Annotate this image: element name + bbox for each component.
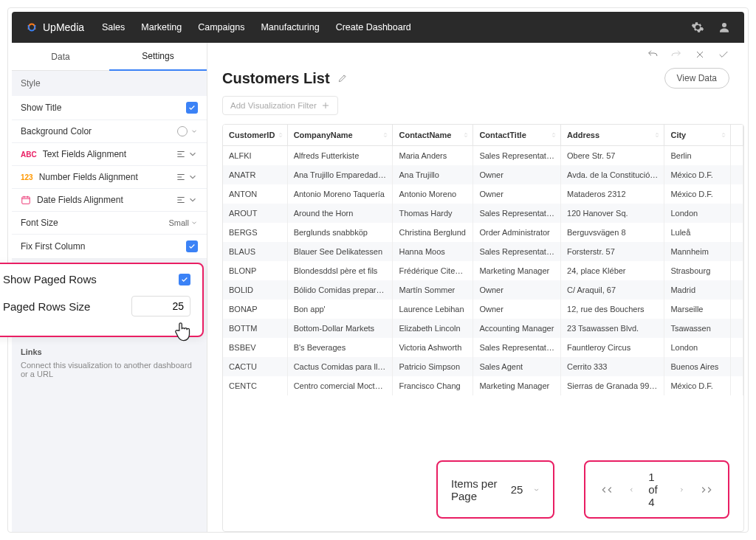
- table-row[interactable]: BOTTMBottom-Dollar MarketsElizabeth Linc…: [223, 319, 743, 338]
- table-cell: Owner: [473, 165, 561, 184]
- table-cell: ANTON: [223, 184, 287, 204]
- table-row[interactable]: BSBEVB's BeveragesVictoria AshworthSales…: [223, 338, 743, 357]
- column-header[interactable]: ContactName: [393, 125, 473, 146]
- table-row[interactable]: BOLIDBólido Comidas preparadasMartín Som…: [223, 280, 743, 300]
- setting-fix-first-column[interactable]: Fix First Column: [12, 235, 207, 259]
- undo-icon[interactable]: [647, 49, 659, 60]
- table-cell: Sales Representative: [473, 338, 561, 357]
- table-cell: Blondesddsl père et fils: [287, 261, 393, 280]
- align-icon: [176, 149, 186, 159]
- column-header: [731, 125, 743, 146]
- column-header[interactable]: Address: [561, 125, 664, 146]
- table-row[interactable]: ANATRAna Trujillo Emparedados y hel...An…: [223, 165, 743, 184]
- table-cell: ALFKI: [223, 146, 287, 166]
- check-icon[interactable]: [718, 49, 729, 60]
- column-header[interactable]: CustomerID: [223, 125, 287, 146]
- setting-num-align[interactable]: 123Number Fields Alignment: [12, 166, 207, 189]
- table-cell: Accounting Manager: [473, 319, 561, 338]
- text-align-label: Text Fields Alignment: [43, 149, 126, 159]
- table-cell: Marketing Manager: [473, 376, 561, 395]
- checkbox-icon[interactable]: [186, 102, 198, 114]
- page-prev-button[interactable]: [628, 485, 635, 495]
- table-cell: Ana Trujillo Emparedados y hel...: [287, 165, 393, 184]
- table-row[interactable]: BONAPBon app'Laurence LebihanOwner12, ru…: [223, 300, 743, 319]
- settings-sidebar: Data Settings Style Show Title Backgroun…: [12, 43, 207, 532]
- table-row[interactable]: AROUTAround the HornThomas HardySales Re…: [223, 204, 743, 223]
- page-indicator: 1 of 4: [648, 471, 665, 508]
- table-row[interactable]: BERGSBerglunds snabbköpChristina Berglun…: [223, 223, 743, 242]
- table-cell: Owner: [473, 184, 561, 204]
- items-per-page[interactable]: Items per Page 25: [436, 460, 554, 519]
- column-header[interactable]: CompanyName: [287, 125, 393, 146]
- pagination: 1 of 4: [584, 460, 729, 519]
- table-cell: CENTC: [223, 376, 287, 395]
- nav-sales[interactable]: Sales: [102, 22, 125, 32]
- setting-font-size[interactable]: Font Size Small: [12, 212, 207, 235]
- table-cell: Around the Horn: [287, 204, 393, 223]
- svg-rect-1: [22, 197, 30, 204]
- gear-icon[interactable]: [691, 21, 704, 34]
- chevron-down-icon: [190, 128, 198, 135]
- table-row[interactable]: ALFKIAlfreds FutterkisteMaria AndersSale…: [223, 146, 743, 166]
- close-icon[interactable]: [694, 49, 706, 60]
- page-first-button[interactable]: [599, 485, 615, 495]
- paged-rows-size-input[interactable]: [131, 296, 190, 316]
- items-per-page-label: Items per Page: [451, 477, 501, 502]
- nav-manufacturing[interactable]: Manufacturing: [261, 22, 319, 32]
- table-cell: Sales Representative: [473, 146, 561, 166]
- tab-settings[interactable]: Settings: [109, 43, 207, 71]
- table-row[interactable]: BLAUSBlauer See DelikatessenHanna MoosSa…: [223, 242, 743, 261]
- checkbox-icon[interactable]: [186, 240, 198, 252]
- table-cell: Tsawassen: [664, 319, 731, 338]
- column-header[interactable]: ContactTitle: [473, 125, 561, 146]
- page-next-button[interactable]: [678, 485, 685, 495]
- table-cell: Sales Agent: [473, 357, 561, 376]
- table-cell: Martín Sommer: [393, 280, 473, 300]
- chevron-down-icon: [190, 219, 198, 226]
- links-description: Connect this visualization to another da…: [12, 361, 207, 386]
- cursor-hand-icon: [173, 318, 193, 343]
- add-filter-button[interactable]: Add Visualization Filter: [222, 96, 338, 115]
- setting-text-align[interactable]: ABCText Fields Alignment: [12, 143, 207, 166]
- abc-icon: ABC: [21, 150, 37, 159]
- chevron-down-icon: [188, 195, 198, 205]
- checkbox-icon[interactable]: [179, 274, 190, 285]
- user-icon[interactable]: [718, 21, 731, 34]
- redo-icon[interactable]: [670, 49, 682, 60]
- setting-show-title[interactable]: Show Title: [12, 96, 207, 120]
- table-cell: Marketing Manager: [473, 261, 561, 280]
- table-row[interactable]: ANTONAntonio Moreno TaqueríaAntonio More…: [223, 184, 743, 204]
- table-cell: Cactus Comidas para llevar: [287, 357, 393, 376]
- table-cell: Sales Representative: [473, 242, 561, 261]
- bg-color-label: Background Color: [21, 126, 92, 136]
- main-nav: Sales Marketing Campaigns Manufacturing …: [102, 22, 411, 32]
- column-header[interactable]: City: [664, 125, 731, 146]
- show-title-label: Show Title: [21, 103, 61, 113]
- table-cell: 12, rue des Bouchers: [561, 300, 664, 319]
- table-cell: México D.F.: [664, 165, 731, 184]
- table-row[interactable]: BLONPBlondesddsl père et filsFrédérique …: [223, 261, 743, 280]
- table-row[interactable]: CENTCCentro comercial MoctezumaFrancisco…: [223, 376, 743, 395]
- table-cell: BOLID: [223, 280, 287, 300]
- table-cell: Sierras de Granada 9993: [561, 376, 664, 395]
- setting-date-align[interactable]: Date Fields Alignment: [12, 189, 207, 212]
- tab-data[interactable]: Data: [12, 43, 109, 71]
- table-cell: Antonio Moreno Taquería: [287, 184, 393, 204]
- table-cell: Alfreds Futterkiste: [287, 146, 393, 166]
- nav-create-dashboard[interactable]: Create Dashboard: [336, 22, 411, 32]
- align-icon: [176, 195, 186, 205]
- table-cell: Owner: [473, 280, 561, 300]
- chevron-down-icon: [188, 172, 198, 182]
- table-cell: Berlin: [664, 146, 731, 166]
- nav-campaigns[interactable]: Campaigns: [198, 22, 244, 32]
- nav-marketing[interactable]: Marketing: [141, 22, 182, 32]
- table-row[interactable]: CACTUCactus Comidas para llevarPatricio …: [223, 357, 743, 376]
- page-last-button[interactable]: [698, 485, 715, 495]
- table-cell: 24, place Kléber: [561, 261, 664, 280]
- view-data-button[interactable]: View Data: [664, 68, 729, 89]
- table-cell: Forsterstr. 57: [561, 242, 664, 261]
- table-cell: México D.F.: [664, 184, 731, 204]
- setting-bg-color[interactable]: Background Color: [12, 120, 207, 143]
- add-filter-label: Add Visualization Filter: [230, 101, 317, 110]
- pencil-icon[interactable]: [337, 73, 348, 83]
